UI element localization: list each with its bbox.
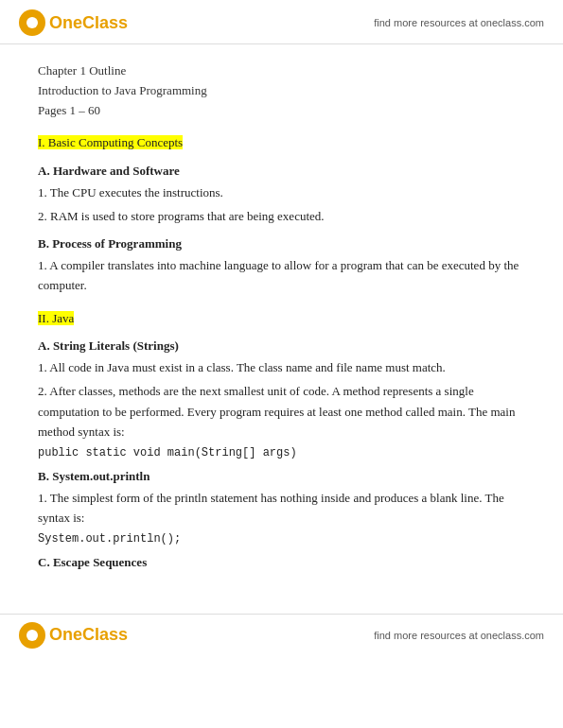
subsection-A-hardware-heading: A. Hardware and Software (38, 164, 525, 179)
subsection-A-strings: A. String Literals (Strings) 1. All code… (38, 338, 525, 459)
section-II: II. Java A. String Literals (Strings) 1.… (38, 307, 525, 570)
document-content: Chapter 1 Outline Introduction to Java P… (0, 44, 563, 604)
chapter-label: Chapter 1 Outline (38, 61, 525, 81)
section-I-title: I. Basic Computing Concepts (38, 131, 525, 153)
section-II-title-text: II. Java (38, 311, 74, 325)
subsection-B-programming: B. Process of Programming 1. A compiler … (38, 236, 525, 296)
header-tagline: find more resources at oneclass.com (374, 17, 544, 28)
subsection-B-programming-heading: B. Process of Programming (38, 236, 525, 251)
section-I: I. Basic Computing Concepts A. Hardware … (38, 131, 525, 295)
println-code: System.out.println(); (38, 532, 525, 546)
footer-tagline: find more resources at oneclass.com (374, 630, 544, 641)
logo-suffix: Class (82, 13, 128, 32)
strings-item-1: 1. All code in Java must exist in a clas… (38, 357, 525, 377)
logo-circle-icon (19, 9, 45, 36)
println-item-1: 1. The simplest form of the println stat… (38, 488, 525, 529)
document-meta: Chapter 1 Outline Introduction to Java P… (38, 61, 525, 120)
subsection-A-hardware: A. Hardware and Software 1. The CPU exec… (38, 164, 525, 227)
footer-logo-suffix: Class (82, 625, 128, 644)
logo-circle-inner (26, 17, 38, 28)
section-I-title-text: I. Basic Computing Concepts (38, 135, 183, 149)
subject: Introduction to Java Programming (38, 81, 525, 101)
logo: OneClass (19, 9, 128, 36)
subsection-C-escape: C. Escape Sequences (38, 555, 525, 570)
programming-item-1: 1. A compiler translates into machine la… (38, 255, 525, 296)
section-II-title: II. Java (38, 307, 525, 329)
page-footer: OneClass find more resources at oneclass… (0, 614, 563, 656)
footer-logo-accent: One (49, 625, 82, 644)
hardware-item-1: 1. The CPU executes the instructions. (38, 182, 525, 202)
subsection-A-strings-heading: A. String Literals (Strings) (38, 338, 525, 354)
pages: Pages 1 – 60 (38, 101, 525, 121)
logo-accent: One (49, 13, 82, 32)
footer-logo: OneClass (19, 622, 128, 649)
subsection-C-escape-heading: C. Escape Sequences (38, 555, 525, 570)
hardware-item-2: 2. RAM is used to store programs that ar… (38, 206, 525, 226)
strings-item-2: 2. After classes, methods are the next s… (38, 381, 525, 442)
footer-logo-circle-icon (19, 622, 45, 649)
footer-logo-circle-inner (26, 630, 38, 641)
strings-code: public static void main(String[] args) (38, 446, 525, 459)
page-header: OneClass find more resources at oneclass… (0, 0, 563, 44)
logo-text: OneClass (49, 13, 128, 33)
subsection-B-println: B. System.out.println 1. The simplest fo… (38, 469, 525, 546)
subsection-B-println-heading: B. System.out.println (38, 469, 525, 484)
footer-logo-text: OneClass (49, 625, 128, 645)
